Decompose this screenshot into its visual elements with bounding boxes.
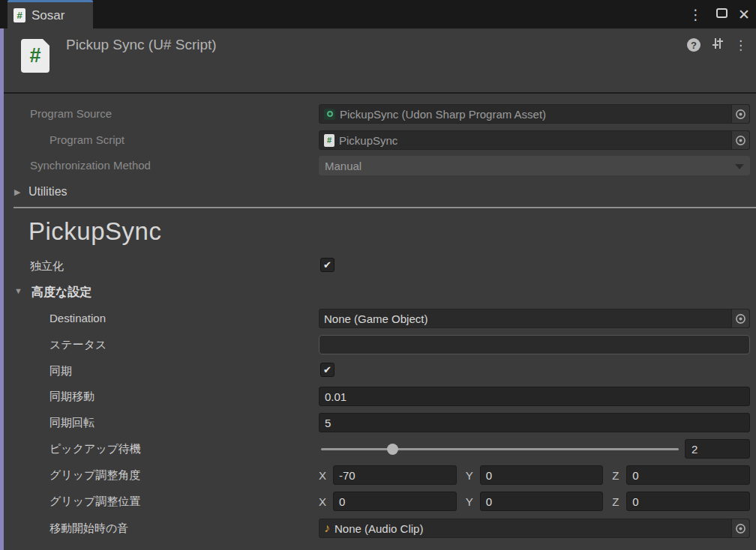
axis-y-label: Y [466, 469, 474, 482]
unity-inspector-window: # Sosar ⋮ ✕ # Pickup Sync (U# Script) ? [0, 0, 756, 550]
pickup-wait-input[interactable]: 2 [685, 439, 750, 459]
dropdown-arrow-icon [735, 164, 744, 169]
grip-position-z-input[interactable]: 0 [626, 492, 750, 511]
program-source-field[interactable]: PickupSync (Udon Sharp Program Asset) [319, 104, 750, 124]
destination-object-field[interactable]: None (Game Object) [319, 309, 750, 328]
component-title: Pickup Sync (U# Script) [66, 37, 217, 53]
window-menu-icon[interactable]: ⋮ [686, 7, 706, 22]
axis-x-label: X [319, 495, 327, 508]
sync-method-label: Synchronization Method [30, 159, 151, 172]
grip-angle-y-value: 0 [486, 469, 492, 482]
object-picker-button[interactable] [731, 105, 749, 123]
pickup-wait-slider-handle[interactable] [387, 444, 398, 455]
program-script-field[interactable]: # PickupSync [319, 130, 750, 150]
axis-z-label: Z [612, 495, 620, 508]
status-input[interactable] [319, 335, 750, 354]
maximize-button[interactable] [716, 7, 728, 21]
object-picker-icon [735, 523, 746, 534]
program-script-value: PickupSync [339, 134, 398, 147]
sync-checkbox[interactable]: ✔ [320, 363, 334, 377]
grip-position-vector: X 0 Y 0 Z 0 [319, 492, 750, 511]
object-picker-icon [735, 109, 746, 120]
independent-checkbox[interactable]: ✔ [320, 258, 334, 272]
grip-angle-x-input[interactable]: -70 [333, 465, 457, 485]
move-sound-object-field[interactable]: ♪ None (Audio Clip) [319, 519, 750, 538]
grip-angle-vector: X -70 Y 0 Z 0 [319, 465, 750, 485]
check-icon: ✔ [323, 259, 332, 271]
advanced-foldout-icon[interactable]: ▼ [14, 286, 22, 295]
presets-icon[interactable] [710, 37, 724, 53]
component-menu-icon[interactable]: ⋮ [734, 39, 747, 52]
sync-move-value: 0.01 [325, 390, 346, 403]
close-icon[interactable]: ✕ [738, 7, 750, 22]
object-picker-button[interactable] [731, 131, 749, 149]
grip-position-y-value: 0 [486, 495, 492, 508]
program-script-label: Program Script [50, 133, 124, 146]
sync-rotation-input[interactable]: 5 [319, 413, 750, 432]
grip-angle-z-value: 0 [632, 469, 638, 482]
maximize-icon [716, 8, 728, 18]
tab-sosar[interactable]: # Sosar [8, 0, 93, 28]
grip-angle-y-input[interactable]: 0 [480, 465, 604, 485]
sync-move-input[interactable]: 0.01 [319, 387, 750, 406]
music-note-icon: ♪ [324, 522, 330, 535]
advanced-foldout-label[interactable]: 高度な設定 [32, 285, 92, 300]
pickup-wait-value: 2 [692, 443, 698, 456]
move-sound-label: 移動開始時の音 [50, 522, 128, 536]
help-icon[interactable]: ? [687, 38, 700, 52]
program-source-value: PickupSync (Udon Sharp Program Asset) [340, 108, 546, 121]
header-actions: ? ⋮ [687, 37, 747, 53]
sync-rotation-label: 同期回転 [50, 416, 94, 430]
csharp-script-icon: # [324, 134, 334, 147]
pickup-wait-slider[interactable] [321, 448, 679, 450]
csharp-script-icon: # [14, 8, 26, 22]
check-icon: ✔ [323, 364, 332, 375]
header-divider [4, 92, 756, 94]
grip-position-z-value: 0 [632, 495, 638, 508]
tab-title: Sosar [32, 8, 64, 23]
grip-position-x-input[interactable]: 0 [333, 492, 457, 511]
sync-label: 同期 [50, 364, 72, 378]
script-section-title: PickupSync [28, 217, 161, 246]
object-picker-button[interactable] [731, 309, 749, 327]
grip-position-x-value: 0 [339, 495, 345, 508]
sync-move-label: 同期移動 [50, 390, 94, 404]
object-picker-icon [735, 313, 746, 324]
grip-position-y-input[interactable]: 0 [480, 492, 604, 511]
utilities-foldout-label[interactable]: Utilities [28, 185, 68, 199]
move-sound-value: None (Audio Clip) [334, 522, 423, 535]
dock-highlight-strip [0, 28, 4, 550]
component-header: # Pickup Sync (U# Script) ? ⋮ [4, 28, 756, 92]
sync-method-dropdown[interactable]: Manual [319, 156, 750, 175]
sync-rotation-value: 5 [325, 417, 331, 429]
program-source-label: Program Source [30, 107, 112, 120]
destination-label: Destination [50, 312, 106, 324]
axis-x-label: X [319, 469, 327, 482]
axis-z-label: Z [612, 469, 620, 482]
object-picker-icon [735, 135, 746, 146]
pickup-wait-label: ピックアップ待機 [50, 442, 141, 456]
axis-y-label: Y [466, 495, 474, 508]
tab-bar: # Sosar ⋮ ✕ [0, 0, 756, 28]
independent-label: 独立化 [30, 259, 64, 274]
window-controls: ⋮ ✕ [686, 0, 750, 28]
script-asset-icon: # [21, 39, 50, 73]
grip-angle-x-value: -70 [339, 469, 356, 482]
status-label: ステータス [50, 338, 106, 352]
grip-angle-z-input[interactable]: 0 [626, 465, 750, 485]
grip-position-label: グリップ調整位置 [50, 495, 140, 509]
sync-method-value: Manual [325, 160, 362, 172]
grip-angle-label: グリップ調整角度 [50, 468, 140, 483]
section-separator [14, 207, 756, 208]
destination-value: None (Game Object) [324, 312, 428, 325]
object-picker-button[interactable] [731, 519, 749, 537]
utilities-foldout-icon[interactable]: ▶ [14, 187, 20, 197]
udon-program-asset-icon [324, 109, 335, 120]
